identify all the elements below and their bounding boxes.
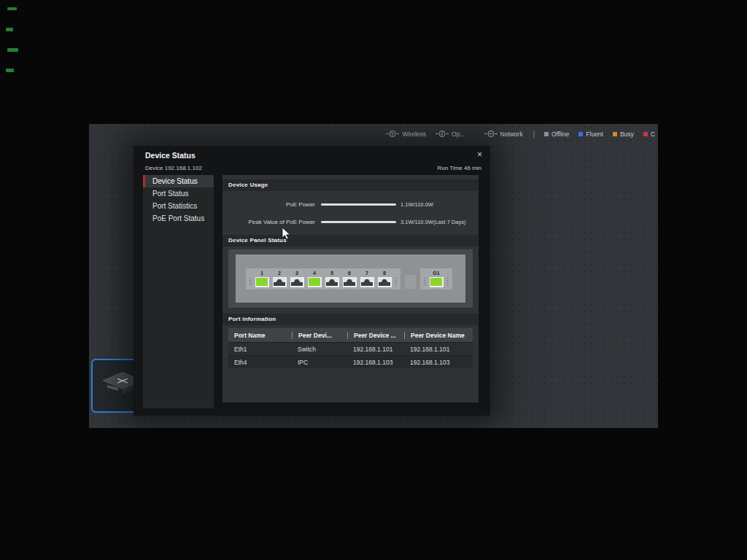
sidebar-item-poe-port-status[interactable]: PoE Port Status — [143, 212, 214, 225]
port-6[interactable]: 6 — [341, 270, 358, 287]
port-3[interactable]: 3 — [288, 270, 306, 287]
legend-busy: Busy — [613, 131, 634, 138]
legend-label: Fluent — [586, 131, 603, 138]
rj45-port-icon — [308, 277, 322, 287]
faceplate-blank-slot — [405, 275, 416, 289]
table-row[interactable]: Eth1 Switch 192.168.1.101 192.168.1.101 — [228, 342, 473, 355]
video-overlay-mark — [7, 48, 18, 52]
run-time-label: Run Time 46 min — [438, 165, 481, 171]
rj45-port-icon — [325, 277, 339, 287]
poe-power-row: PoE Power 1.1W/110.0W — [222, 195, 479, 213]
toolbar-separator: | — [533, 131, 535, 138]
cell-peer-device-ip: 192.168.1.103 — [347, 359, 404, 366]
screen: Wireless Op... Network — [0, 0, 747, 560]
poe-peak-value: 3.1W/110.0W(Last 7 Days) — [400, 219, 465, 225]
cell-peer-device-name: 192.168.1.101 — [404, 346, 473, 353]
sidebar-item-device-status[interactable]: Device Status — [143, 175, 214, 187]
selected-indicator — [143, 175, 145, 187]
toolbar-label: Op... — [452, 131, 465, 138]
sidebar-item-label: Port Statistics — [152, 202, 197, 210]
section-heading-port-information: Port Information — [222, 314, 479, 325]
section-heading-device-usage: Device Usage — [222, 179, 479, 191]
device-status-dialog: Device Status × Device 192.168.1.102 Run… — [133, 146, 490, 416]
port-g1[interactable]: G1 — [427, 270, 445, 287]
cell-peer-device-name: 192.168.1.103 — [404, 359, 473, 366]
poe-peak-row: Peak Value of PoE Power 3.1W/110.0W(Last… — [222, 213, 479, 230]
poe-peak-label: Peak Value of PoE Power — [222, 219, 321, 225]
rj45-port-icon — [343, 277, 357, 287]
dialog-title: Device Status — [145, 151, 196, 160]
strip-ticks — [424, 278, 426, 285]
offline-color-swatch — [544, 132, 549, 136]
toolbar-label: Wireless — [402, 131, 426, 138]
poe-power-label: PoE Power — [222, 201, 321, 208]
legend-label: C — [651, 131, 655, 138]
legend-label: Busy — [620, 131, 634, 138]
dialog-sidebar: Device Status Port Status Port Statistic… — [143, 175, 214, 408]
port-4[interactable]: 4 — [306, 270, 323, 287]
wireless-link-icon — [386, 130, 399, 138]
port-7[interactable]: 7 — [358, 270, 376, 287]
busy-color-swatch — [613, 132, 617, 136]
table-row[interactable]: Eth4 IPC 192.168.1.103 192.168.1.103 — [228, 355, 473, 368]
toolbar-item-network[interactable]: Network — [484, 130, 523, 138]
cell-port-name: Eth1 — [228, 346, 292, 353]
video-overlay-mark — [6, 28, 13, 31]
sidebar-item-label: Port Status — [152, 190, 188, 198]
strip-ticks — [446, 278, 449, 285]
rj45-port-icon — [360, 277, 374, 287]
legend-fluent: Fluent — [578, 131, 603, 138]
poe-power-bar — [321, 203, 396, 206]
section-heading-panel-status: Device Panel Status — [222, 235, 479, 246]
cell-port-name: Eth4 — [228, 359, 292, 366]
rj45-port-icon — [273, 277, 287, 287]
rj45-port-icon — [430, 277, 444, 287]
rj45-port-icon — [290, 277, 304, 287]
port-8[interactable]: 8 — [376, 270, 393, 287]
sidebar-item-port-status[interactable]: Port Status — [143, 187, 214, 200]
toolbar-item-wireless[interactable]: Wireless — [386, 130, 426, 138]
congested-color-swatch — [643, 132, 648, 136]
poe-power-value: 1.1W/110.0W — [400, 201, 433, 208]
rj45-port-icon — [255, 277, 269, 287]
toolbar-item-optical[interactable]: Op... — [436, 130, 465, 138]
column-header-port-name[interactable]: Port Name — [228, 332, 292, 339]
port-2[interactable]: 2 — [271, 270, 288, 287]
dialog-main-panel: Device Usage PoE Power 1.1W/110.0W Peak … — [222, 175, 479, 402]
device-panel-visualization: 1 2 3 4 — [228, 249, 473, 308]
port-information-table: Port Name Peer Devi... Peer Device ... P… — [228, 328, 473, 368]
strip-ticks — [249, 278, 252, 285]
link-legend-toolbar: Wireless Op... Network — [376, 130, 655, 138]
column-header-peer-device-ip[interactable]: Peer Device ... — [347, 332, 404, 339]
rj45-port-icon — [378, 277, 392, 287]
column-header-peer-device-type[interactable]: Peer Devi... — [292, 332, 347, 339]
table-header-row: Port Name Peer Devi... Peer Device ... P… — [228, 328, 473, 342]
sidebar-item-label: PoE Port Status — [152, 214, 204, 222]
close-icon[interactable]: × — [477, 149, 482, 160]
fluent-color-swatch — [578, 132, 583, 136]
port-group-strip: 1 2 3 4 — [246, 268, 400, 289]
cell-peer-device-type: Switch — [292, 346, 347, 353]
legend-label: Offline — [551, 131, 569, 138]
device-ip-label: Device 192.168.1.102 — [145, 165, 202, 171]
sidebar-item-port-statistics[interactable]: Port Statistics — [143, 200, 214, 212]
strip-ticks — [395, 278, 397, 285]
poe-peak-bar — [321, 221, 396, 223]
port-1[interactable]: 1 — [253, 270, 271, 287]
optical-link-icon — [436, 130, 449, 138]
port-5[interactable]: 5 — [323, 270, 341, 287]
cell-peer-device-type: IPC — [292, 359, 347, 366]
toolbar-label: Network — [500, 131, 523, 138]
video-overlay-mark — [7, 7, 17, 10]
legend-congested: C — [643, 131, 655, 138]
column-header-peer-device-name[interactable]: Peer Device Name — [404, 332, 473, 339]
legend-offline: Offline — [544, 131, 569, 138]
switch-faceplate: 1 2 3 4 — [236, 254, 465, 303]
mouse-cursor — [282, 227, 291, 241]
cell-peer-device-ip: 192.168.1.101 — [347, 346, 404, 353]
sidebar-item-label: Device Status — [152, 177, 198, 185]
network-link-icon — [484, 130, 498, 138]
uplink-strip: G1 — [420, 268, 452, 289]
video-overlay-mark — [6, 69, 14, 72]
